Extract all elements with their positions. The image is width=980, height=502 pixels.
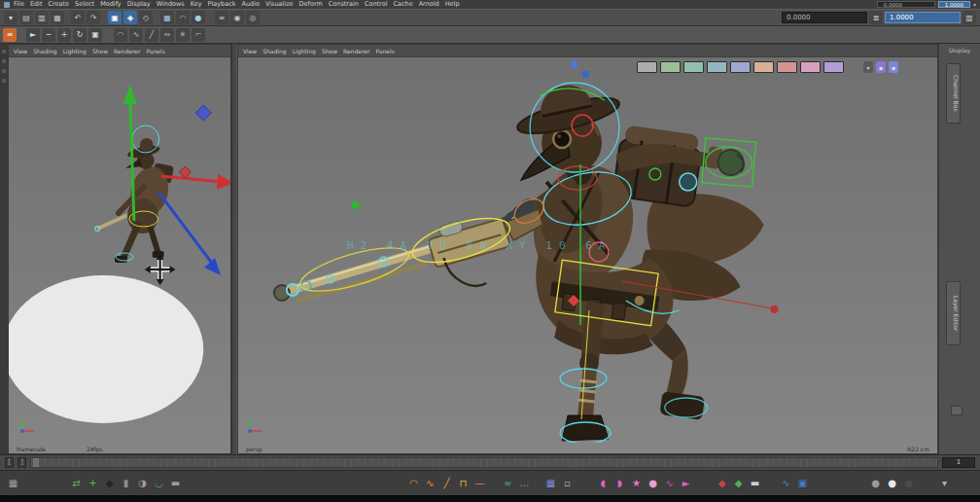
- tangent-auto-icon[interactable]: ◠: [406, 476, 421, 490]
- menu-item-4[interactable]: Renderer: [114, 48, 140, 54]
- picker-swatch-peach[interactable]: [753, 61, 774, 73]
- status-field-a[interactable]: 0.0000: [782, 12, 867, 23]
- picker-swatch-purple[interactable]: [823, 61, 844, 73]
- bezier-tool-icon[interactable]: ∾: [160, 28, 174, 42]
- sidebar-tab-channel-box[interactable]: Channel Box: [946, 63, 961, 124]
- gizmo-plane-handle-blue[interactable]: [195, 105, 211, 121]
- picker-swatch-pink[interactable]: [800, 61, 821, 73]
- tangent-spline-icon[interactable]: ∿: [423, 476, 438, 490]
- menubar-field[interactable]: 0.0000: [877, 1, 935, 8]
- tangent-step-icon[interactable]: ⊓: [456, 476, 471, 490]
- menu-item-5[interactable]: Panels: [375, 48, 394, 54]
- knot-tool-icon[interactable]: ✳: [176, 28, 190, 42]
- more-options-icon[interactable]: ▾: [937, 476, 952, 490]
- hud-joint-icon[interactable]: [582, 71, 589, 78]
- pose-right-icon[interactable]: ◗: [612, 476, 627, 490]
- left-viewport-canvas[interactable]: [9, 57, 230, 443]
- select-component-icon[interactable]: ◇: [139, 11, 153, 24]
- picker-swatch-teal[interactable]: [683, 61, 704, 73]
- left-viewport[interactable]: ViewShadingLightingShowRendererPanels: [8, 44, 231, 454]
- undo-icon[interactable]: ↶: [71, 11, 85, 24]
- render-icon[interactable]: ◉: [230, 11, 244, 24]
- hold-key-icon[interactable]: ▮: [119, 476, 133, 490]
- menu-item-8[interactable]: Playback: [207, 0, 235, 9]
- ep-curve-tool-icon[interactable]: ∿: [129, 28, 143, 42]
- select-tool-icon[interactable]: ►: [26, 28, 40, 42]
- input-line-selector-icon[interactable]: ≣: [869, 11, 883, 24]
- menu-item-13[interactable]: Control: [365, 0, 388, 9]
- app-icon[interactable]: [4, 2, 10, 8]
- toolbox-strip[interactable]: [0, 44, 8, 454]
- time-slider-track[interactable]: [30, 457, 938, 468]
- frame-range-icon[interactable]: ▬: [168, 476, 183, 490]
- right-viewport-canvas[interactable]: [238, 57, 937, 443]
- menu-item-3[interactable]: Select: [75, 0, 94, 9]
- menu-item-6[interactable]: Windows: [157, 0, 185, 9]
- tangent-linear-icon[interactable]: ╱: [439, 476, 454, 490]
- menu-item-2[interactable]: Lighting: [63, 48, 87, 54]
- snap-point-icon[interactable]: ●: [192, 11, 205, 24]
- key-red-icon[interactable]: ◆: [715, 476, 729, 490]
- current-time-marker[interactable]: [33, 458, 39, 467]
- sidebar-toggle-icon[interactable]: ▥: [962, 11, 976, 24]
- box-blue-icon[interactable]: ▣: [795, 476, 810, 490]
- menubar-selected-field[interactable]: 1.0000: [938, 1, 970, 8]
- status-field-b[interactable]: 1.0000: [885, 12, 961, 23]
- picker-swatch-cyan[interactable]: [707, 61, 727, 73]
- set-key-icon[interactable]: ◆: [102, 476, 117, 490]
- menu-item-2[interactable]: Create: [48, 0, 69, 9]
- gizmo-z-axis[interactable]: [158, 192, 214, 265]
- menu-item-16[interactable]: Help: [445, 0, 460, 9]
- sidebar-tab-layer-editor[interactable]: Layer Editor: [946, 281, 961, 345]
- tangent-flat-icon[interactable]: —: [472, 476, 487, 490]
- picker-swatch-gray[interactable]: [637, 61, 657, 73]
- menu-item-11[interactable]: Deform: [299, 0, 323, 9]
- pose-left-icon[interactable]: ◖: [596, 476, 611, 490]
- arc-tracker-icon[interactable]: ◡: [152, 476, 166, 490]
- menu-item-3[interactable]: Show: [92, 48, 108, 54]
- menu-item-3[interactable]: Show: [322, 48, 337, 54]
- menu-item-1[interactable]: Edit: [30, 0, 43, 9]
- key-green-icon[interactable]: ◆: [731, 476, 746, 490]
- menu-set-selector-icon[interactable]: ▾: [4, 11, 18, 24]
- menubar-caret-icon[interactable]: ▾: [973, 0, 976, 9]
- picker-lock-icon[interactable]: ▪: [876, 61, 886, 73]
- shaded-sphere-icon[interactable]: ●: [868, 476, 883, 490]
- lasso-tool-icon[interactable]: ∽: [42, 28, 55, 42]
- sync-keys-icon[interactable]: ⇄: [69, 476, 84, 490]
- menu-item-2[interactable]: Lighting: [293, 48, 316, 54]
- picker-settings-icon[interactable]: ▾: [863, 61, 873, 73]
- menu-item-0[interactable]: View: [14, 48, 27, 54]
- hud-node-icon[interactable]: [571, 61, 578, 68]
- ghost-frame-icon[interactable]: ▫: [560, 476, 575, 490]
- save-scene-icon[interactable]: ▦: [51, 11, 64, 24]
- menu-item-4[interactable]: Renderer: [343, 48, 369, 54]
- menu-item-5[interactable]: Display: [127, 0, 151, 9]
- ipr-render-icon[interactable]: ◎: [246, 11, 260, 24]
- picker-swatch-red[interactable]: [777, 61, 797, 73]
- pencil-curve-tool-icon[interactable]: ╱: [145, 28, 158, 42]
- gizmo-plane-handle-red[interactable]: [179, 166, 191, 178]
- pose-star-icon[interactable]: ★: [629, 476, 644, 490]
- select-object-icon[interactable]: ◈: [123, 11, 137, 24]
- buffer-curves-icon[interactable]: ≈: [501, 476, 515, 490]
- snap-curve-icon[interactable]: ◠: [176, 11, 190, 24]
- curve-blue-icon[interactable]: ∿: [779, 476, 793, 490]
- menu-item-14[interactable]: Cache: [393, 0, 412, 9]
- menu-item-4[interactable]: Modify: [100, 0, 122, 9]
- clip-icon[interactable]: ▬: [748, 476, 762, 490]
- picker-swatch-green[interactable]: [660, 61, 681, 73]
- grid-snap-icon[interactable]: ▦: [6, 476, 20, 490]
- arrow-pink-icon[interactable]: ►: [679, 476, 693, 490]
- aim-target-control[interactable]: [770, 305, 778, 313]
- right-viewport[interactable]: ViewShadingLightingShowRendererPanels ▾▪…: [237, 44, 938, 454]
- range-start-icon[interactable]: [: [5, 457, 14, 468]
- menu-item-7[interactable]: Key: [191, 0, 202, 9]
- add-key-icon[interactable]: +: [86, 476, 100, 490]
- current-frame-field[interactable]: 1: [942, 457, 975, 468]
- menu-item-0[interactable]: View: [243, 48, 257, 54]
- construction-history-icon[interactable]: ≡: [215, 11, 228, 24]
- picker-grid-icon[interactable]: ▪: [889, 61, 898, 73]
- menu-item-0[interactable]: File: [14, 0, 24, 9]
- open-scene-icon[interactable]: ▥: [35, 11, 49, 24]
